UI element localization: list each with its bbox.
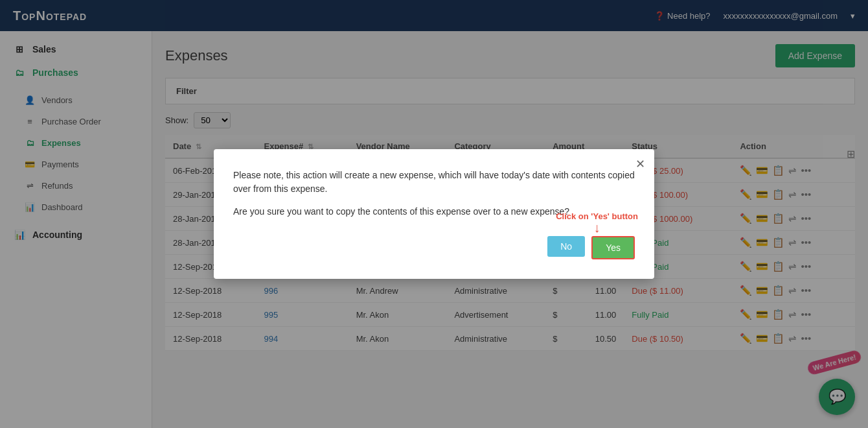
modal-text-2: Are you sure you want to copy the conten… — [233, 206, 635, 217]
copy-expense-modal: ✕ Please note, this action will create a… — [214, 149, 654, 279]
modal-text-1: Please note, this action will create a n… — [233, 169, 635, 196]
modal-close-button[interactable]: ✕ — [635, 157, 645, 171]
yes-button[interactable]: Yes — [591, 236, 635, 259]
modal-overlay: ✕ Please note, this action will create a… — [0, 0, 868, 428]
no-button[interactable]: No — [547, 236, 585, 257]
yes-button-wrapper: Click on 'Yes' button ↓ Yes — [591, 236, 635, 259]
modal-actions: No Click on 'Yes' button ↓ Yes — [233, 236, 635, 259]
down-arrow-icon: ↓ — [594, 221, 600, 234]
